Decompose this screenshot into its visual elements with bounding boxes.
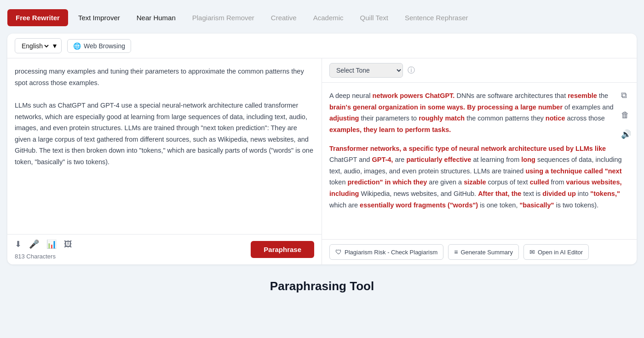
language-selector[interactable]: English ▾: [15, 38, 62, 53]
p2-hl12: "tokens,": [590, 190, 620, 197]
generate-summary-button[interactable]: ≡ Generate Summary: [448, 244, 519, 260]
p2-hl4: long: [521, 156, 535, 163]
generate-summary-label: Generate Summary: [460, 249, 512, 256]
nav-academic[interactable]: Academic: [307, 9, 350, 26]
web-browsing-button[interactable]: 🌐 Web Browsing: [67, 39, 131, 53]
free-rewriter-button[interactable]: Free Rewriter: [7, 9, 68, 26]
plagiarism-btn-label: Plagiarism Risk - Check Plagiarism: [345, 249, 437, 256]
p2-mid13: is one token,: [478, 201, 519, 209]
chevron-down-icon: ▾: [53, 41, 57, 50]
input-text-paragraph-1: processing many examples and tuning thei…: [15, 66, 314, 88]
p1-hl5: roughly match: [419, 115, 465, 122]
audio-download-icon[interactable]: 🔊: [621, 127, 631, 142]
delete-icon[interactable]: 🗑: [621, 108, 631, 122]
right-toolbar: Select Tone Formal Informal Professional…: [322, 58, 637, 83]
summary-icon: ≡: [454, 248, 458, 256]
p1-mid6: across those: [565, 115, 605, 122]
p1-hl4: adjusting: [329, 115, 359, 122]
p2-mid12: which are: [329, 201, 360, 209]
tone-select[interactable]: Select Tone Formal Informal Professional…: [329, 63, 403, 78]
p2-hl5: using a technique called "next: [525, 167, 621, 175]
output-paragraph-1: A deep neural network powers ChatGPT. DN…: [329, 90, 629, 136]
top-nav: Free Rewriter Text Improver Near Human P…: [7, 9, 637, 26]
plagiarism-check-button[interactable]: 🛡 Plagiarism Risk - Check Plagiarism: [329, 244, 443, 260]
web-browsing-label: Web Browsing: [84, 42, 125, 50]
p1-hl6: notice: [546, 115, 565, 122]
char-count: 813 Characters: [15, 253, 72, 260]
p1-hl3: brain's general organization in some way…: [329, 103, 563, 111]
footer-heading: Paraphrasing Tool: [7, 279, 637, 293]
image-icon[interactable]: 🖼: [64, 240, 72, 249]
waveform-icon[interactable]: 📊: [46, 239, 57, 249]
p2-mid2: are: [393, 156, 406, 163]
p2-mid8: from: [549, 178, 566, 186]
nav-text-improver[interactable]: Text Improver: [72, 9, 126, 26]
p2-hl7: sizable: [464, 178, 486, 186]
p2-hl13: essentially word fragments ("words"): [360, 201, 478, 209]
info-icon[interactable]: ⓘ: [408, 66, 415, 75]
p2-mid9: Wikipedia, news websites, and GitHub.: [359, 190, 478, 197]
ai-editor-icon: ✉: [529, 248, 535, 256]
nav-sentence-rephraser[interactable]: Sentence Rephraser: [398, 9, 475, 26]
p2-hl14: "basically": [519, 201, 554, 209]
p1-mid2: the: [597, 92, 608, 99]
p1-mid5: the common patterns they: [465, 115, 546, 122]
nav-creative[interactable]: Creative: [264, 9, 303, 26]
left-column: processing many examples and tuning thei…: [7, 58, 322, 264]
p2-hl8: culled: [530, 178, 549, 186]
copy-icon[interactable]: ⧉: [621, 88, 631, 103]
language-select[interactable]: English: [20, 42, 50, 50]
open-ai-editor-label: Open in AI Editor: [538, 249, 583, 256]
microphone-icon[interactable]: 🎤: [29, 239, 39, 249]
p1-mid1: DNNs are software architectures that: [454, 92, 568, 99]
right-column: Select Tone Formal Informal Professional…: [322, 58, 637, 264]
paraphrase-button[interactable]: Paraphrase: [251, 241, 314, 258]
p2-mid1: ChatGPT and: [329, 156, 372, 163]
p2-hl11: divided up: [542, 190, 576, 197]
globe-icon: 🌐: [73, 42, 81, 50]
nav-quill-text[interactable]: Quill Text: [354, 9, 395, 26]
input-text-area[interactable]: processing many examples and tuning thei…: [7, 58, 322, 234]
input-text-paragraph-2: LLMs such as ChatGPT and GPT-4 use a spe…: [15, 100, 314, 168]
p2-mid3: at learning from: [471, 156, 521, 163]
p1-hl1: network powers ChatGPT.: [373, 92, 455, 99]
output-paragraph-2: Transformer networks, a specific type of…: [329, 143, 629, 211]
nav-near-human[interactable]: Near Human: [130, 9, 182, 26]
main-card: English ▾ 🌐 Web Browsing processing many…: [7, 34, 637, 264]
left-icon-row: ⬇ 🎤 📊 🖼: [15, 239, 72, 249]
p1-before: A deep neural: [329, 92, 373, 99]
p2-hl3: particularly effective: [406, 156, 471, 163]
toolbar-row: English ▾ 🌐 Web Browsing: [7, 34, 637, 58]
p2-hl2: GPT-4,: [372, 156, 393, 163]
plagiarism-icon: 🛡: [335, 248, 342, 256]
p1-hl2: resemble: [568, 92, 597, 99]
p2-hl10: After that, the: [478, 190, 521, 197]
p2-hl6: prediction" in which they: [348, 178, 427, 186]
p1-hl7: examples, they learn to perform tasks.: [329, 126, 451, 133]
p2-mid7: corpus of text: [486, 178, 530, 186]
p2-end: is two tokens).: [554, 201, 598, 209]
p1-mid4: their parameters to: [359, 115, 419, 122]
left-bottom-bar: ⬇ 🎤 📊 🖼 813 Characters Paraphrase: [7, 234, 322, 264]
output-text-area: ⧉ 🗑 🔊 A deep neural network powers ChatG…: [322, 83, 637, 239]
p1-mid3: of examples and: [563, 103, 613, 111]
p2-mid5: token: [329, 178, 348, 186]
right-bottom-bar: 🛡 Plagiarism Risk - Check Plagiarism ≡ G…: [322, 239, 637, 264]
editor-columns: processing many examples and tuning thei…: [7, 58, 637, 264]
open-ai-editor-button[interactable]: ✉ Open in AI Editor: [523, 244, 589, 260]
p2-mid10: text is: [521, 190, 542, 197]
nav-plagiarism-remover[interactable]: Plagiarism Remover: [186, 9, 261, 26]
p2-mid11: into: [576, 190, 590, 197]
p2-mid6: are given a: [427, 178, 464, 186]
p2-hl1: Transformer networks, a specific type of…: [329, 145, 606, 152]
download-icon[interactable]: ⬇: [15, 239, 22, 249]
right-action-icons: ⧉ 🗑 🔊: [621, 88, 631, 142]
